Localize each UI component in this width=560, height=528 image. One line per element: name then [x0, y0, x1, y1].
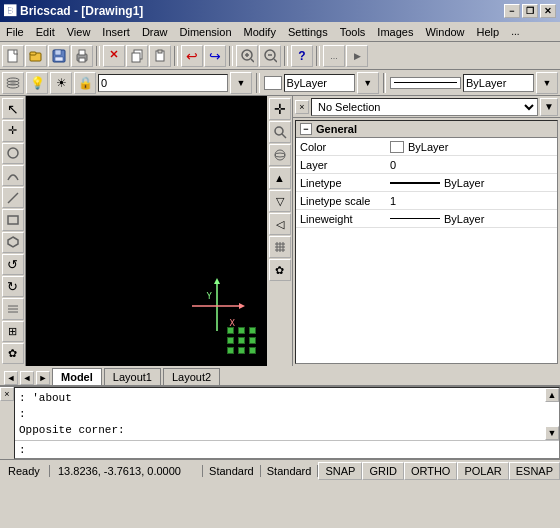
color-box[interactable] — [390, 141, 404, 153]
rt-orbit-button[interactable] — [269, 144, 291, 166]
pan-tool-button[interactable]: ✛ — [2, 120, 24, 141]
new-button[interactable] — [2, 45, 24, 67]
prop-row-linetype: Linetype ByLayer — [296, 174, 557, 192]
section-toggle[interactable]: − — [300, 123, 312, 135]
menu-tools[interactable]: Tools — [334, 24, 372, 40]
zoom-out-button[interactable] — [259, 45, 281, 67]
prop-layer-value: 0 — [386, 159, 557, 171]
linetype-dropdown-button[interactable]: ▼ — [536, 72, 558, 94]
cut-button[interactable] — [103, 45, 125, 67]
line-tool-button[interactable] — [2, 187, 24, 208]
snap-dot — [227, 347, 234, 354]
grid-button[interactable]: GRID — [362, 462, 404, 480]
menu-modify[interactable]: Modify — [238, 24, 282, 40]
hatch-tool-button[interactable] — [2, 298, 24, 319]
mirror-tool-button[interactable]: ↻ — [2, 276, 24, 297]
menu-edit[interactable]: Edit — [30, 24, 61, 40]
linetype-text: ByLayer — [444, 177, 484, 189]
snap-tool-button[interactable]: ⊞ — [2, 321, 24, 342]
properties-content: − General Color ByLayer Layer 0 Linety — [295, 120, 558, 364]
tab-bar: ◄ ◄ ► Model Layout1 Layout2 — [0, 366, 560, 386]
properties-close-button[interactable]: × — [295, 100, 309, 114]
layer-dropdown-button[interactable]: ▼ — [230, 72, 252, 94]
polygon-tool-button[interactable] — [2, 232, 24, 253]
right-toolbar: ✛ ▲ ▽ ◁ ✿ — [267, 96, 293, 366]
section-label: General — [316, 123, 357, 135]
copy-button[interactable] — [126, 45, 148, 67]
menu-help[interactable]: Help — [471, 24, 506, 40]
prop-ltscale-value: 1 — [386, 195, 557, 207]
tab-layout1[interactable]: Layout1 — [104, 368, 161, 385]
circle-tool-button[interactable] — [2, 143, 24, 164]
command-close-button[interactable]: × — [0, 387, 14, 401]
layer-lock-button[interactable]: 🔒 — [74, 72, 96, 94]
tab-model[interactable]: Model — [52, 368, 102, 385]
title-bar: 🅱 Bricscad - [Drawing1] − ❐ ✕ — [0, 0, 560, 22]
undo-button[interactable]: ↩ — [181, 45, 203, 67]
command-scroll-down[interactable]: ▼ — [545, 426, 559, 440]
drawing-canvas[interactable]: Y X — [26, 96, 267, 366]
menu-insert[interactable]: Insert — [96, 24, 136, 40]
tab-nav-last[interactable]: ► — [36, 371, 50, 385]
restore-button[interactable]: ❐ — [522, 4, 538, 18]
layer-manager-button[interactable] — [2, 72, 24, 94]
layer-freeze-button[interactable]: ☀ — [50, 72, 72, 94]
print-button[interactable] — [71, 45, 93, 67]
extra-btn1[interactable]: ... — [323, 45, 345, 67]
menu-view[interactable]: View — [61, 24, 97, 40]
rt-snap-button[interactable]: ✿ — [269, 259, 291, 281]
menu-draw[interactable]: Draw — [136, 24, 174, 40]
rect-tool-button[interactable] — [2, 209, 24, 230]
tab-nav-prev[interactable]: ◄ — [4, 371, 18, 385]
menu-window[interactable]: Window — [419, 24, 470, 40]
ortho-button[interactable]: ORTHO — [404, 462, 458, 480]
rt-grid-button[interactable] — [269, 236, 291, 258]
status-bar: Ready 13.8236, -3.7613, 0.0000 Standard … — [0, 459, 560, 481]
selection-dropdown[interactable]: No Selection — [311, 98, 538, 116]
menu-images[interactable]: Images — [371, 24, 419, 40]
rt-back-button[interactable]: ◁ — [269, 213, 291, 235]
prop-row-lineweight: Lineweight ByLayer — [296, 210, 557, 228]
layer-input[interactable] — [98, 74, 228, 92]
rt-zoom-button[interactable] — [269, 121, 291, 143]
minimize-button[interactable]: − — [504, 4, 520, 18]
prop-layer-label: Layer — [296, 159, 386, 171]
linetype-select[interactable]: ByLayer — [463, 74, 534, 92]
command-scroll-up[interactable]: ▲ — [545, 388, 559, 402]
color-swatch[interactable] — [264, 76, 282, 90]
menu-settings[interactable]: Settings — [282, 24, 334, 40]
snap-button[interactable]: SNAP — [318, 462, 362, 480]
tab-layout2[interactable]: Layout2 — [163, 368, 220, 385]
esnap-button[interactable]: ESNAP — [509, 462, 560, 480]
polar-button[interactable]: POLAR — [457, 462, 508, 480]
layer-visibility-button[interactable]: 💡 — [26, 72, 48, 94]
paste-button[interactable] — [149, 45, 171, 67]
zoom-in-button[interactable] — [236, 45, 258, 67]
menu-file[interactable]: File — [0, 24, 30, 40]
close-button[interactable]: ✕ — [540, 4, 556, 18]
extra-btn2[interactable]: ▶ — [346, 45, 368, 67]
menu-dimension[interactable]: Dimension — [174, 24, 238, 40]
help-button[interactable]: ? — [291, 45, 313, 67]
select-tool-button[interactable]: ↖ — [2, 98, 24, 119]
menu-extra[interactable]: ... — [505, 24, 525, 39]
save-button[interactable] — [48, 45, 70, 67]
open-button[interactable] — [25, 45, 47, 67]
svg-rect-27 — [8, 216, 18, 224]
rt-pan-button[interactable]: ✛ — [269, 98, 291, 120]
osnap-tool-button[interactable]: ✿ — [2, 343, 24, 364]
filter-button[interactable]: ▼ — [540, 98, 558, 116]
svg-line-16 — [251, 59, 254, 62]
prop-row-color: Color ByLayer — [296, 138, 557, 156]
command-output: ▲ : 'about : Opposite corner: ▼ : — [14, 387, 560, 459]
prop-row-ltscale: Linetype scale 1 — [296, 192, 557, 210]
tab-nav-next[interactable]: ◄ — [20, 371, 34, 385]
redo-button[interactable]: ↪ — [204, 45, 226, 67]
rt-scroll-up-button[interactable]: ▲ — [269, 167, 291, 189]
color-select[interactable]: ByLayer — [284, 74, 355, 92]
rt-triangle-button[interactable]: ▽ — [269, 190, 291, 212]
arc-tool-button[interactable] — [2, 165, 24, 186]
command-input[interactable] — [26, 444, 555, 456]
color-dropdown-button[interactable]: ▼ — [357, 72, 379, 94]
rotate-tool-button[interactable]: ↺ — [2, 254, 24, 275]
